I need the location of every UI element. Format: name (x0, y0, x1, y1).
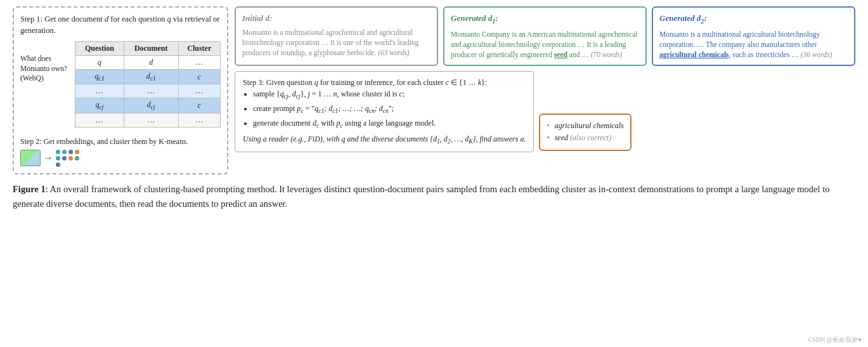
cell-c1: c (178, 70, 220, 84)
generated1-doc-title: Generated d1: (451, 13, 639, 26)
answer-item-2: • seed (also correct) (547, 132, 623, 144)
step3-final: Using a reader (e.g., FiD), with q and t… (243, 133, 526, 147)
answer-bullet-2: • (547, 132, 549, 144)
generated1-doc-box: Generated d1: Monsanto Company is an Ame… (443, 6, 647, 66)
cell-dots2: … (124, 84, 178, 98)
answer-box: • agricultural chemicals • seed (also co… (539, 114, 631, 150)
generated2-doc-box: Generated d2: Monsanto is a multinationa… (652, 6, 855, 66)
step3-intro: Step 3: Given question q for training or… (243, 77, 526, 88)
figure-caption: Figure 1: An overall framework of cluste… (13, 182, 855, 211)
figure-caption-text: : An overall framework of clustering-bas… (13, 184, 829, 209)
dot-green (56, 150, 60, 154)
docs-top: Initial d: Monsanto is a multinational a… (235, 6, 855, 66)
step3-bullet-1: sample {qcj, dcj}, j = 1 … n, whose clus… (253, 88, 526, 101)
col-header-document: Document (124, 42, 178, 56)
step3-bullet-2: create prompt pc = "qc1; dc1; …; …; qcn;… (253, 103, 526, 116)
embed-illustration: → (20, 150, 221, 167)
col-header-cluster: Cluster (178, 42, 220, 56)
watermark: CSDN @长命百岁♥ (808, 336, 862, 344)
table-wrapper: What does Monsanto own? (WebQ) Question … (20, 41, 221, 133)
cell-qc1: qc1 (75, 70, 124, 84)
generated2-doc-text: Monsanto is a multinational agricultural… (659, 29, 848, 60)
cell-d: d (124, 56, 178, 70)
table-row: … … … (75, 113, 221, 127)
left-box: Step 1: Get one document d for each ques… (13, 6, 228, 174)
generated2-doc-title: Generated d2: (659, 13, 848, 26)
dot-blue (56, 162, 60, 167)
step3-bullet-3: generate document dc with pc using a lar… (253, 117, 526, 131)
step3-and-answer: Step 3: Given question q for training or… (235, 71, 855, 152)
cell-dcj: dcj (124, 98, 178, 113)
answer-text-1: agricultural chemicals (555, 120, 624, 132)
generated1-doc-text: Monsanto Company is an American multinat… (451, 29, 639, 60)
answer-bullet-1: • (547, 120, 549, 132)
table-row: … … … (75, 84, 221, 98)
cluster-dots (56, 150, 81, 167)
dot-orange (68, 156, 73, 160)
dot-green (75, 156, 79, 160)
cell-dots3: … (178, 84, 220, 98)
answer-item-1: • agricultural chemicals (547, 120, 623, 132)
diagram-section: Step 1: Get one document d for each ques… (13, 6, 855, 174)
table-row: qc1 dc1 c (75, 70, 221, 84)
step1-text: Step 1: Get one document d for each ques… (20, 14, 221, 36)
initial-doc-text: Monsanto is a multinational agrochemical… (242, 27, 431, 58)
dot-orange (75, 150, 79, 154)
cell-dots1: … (75, 84, 124, 98)
dot-blue (68, 150, 73, 154)
cell-q: q (75, 56, 124, 70)
dot-green (56, 156, 60, 160)
answer-text-2: seed (also correct) (555, 132, 612, 144)
right-section: Initial d: Monsanto is a multinational a… (235, 6, 855, 174)
cell-c: … (178, 56, 220, 70)
cell-dots5: … (124, 113, 178, 127)
cluster-table: Question Document Cluster q d … qc1 dc1 … (75, 41, 221, 128)
initial-doc-box: Initial d: Monsanto is a multinational a… (235, 6, 438, 66)
cell-qcj: qcj (75, 98, 124, 113)
step3-box: Step 3: Given question q for training or… (235, 71, 534, 152)
figure-label: Figure 1 (13, 184, 46, 194)
cell-cj: c (178, 98, 220, 113)
question-label: What does Monsanto own? (WebQ) (20, 54, 71, 84)
table-row: q d … (75, 56, 221, 70)
cell-dots6: … (178, 113, 220, 127)
initial-doc-title: Initial d: (242, 13, 431, 24)
step2-text: Step 2: Get embeddings, and cluster them… (20, 136, 221, 147)
cell-dc1: dc1 (124, 70, 178, 84)
col-header-question: Question (75, 42, 124, 56)
embed-box (20, 150, 41, 166)
dot-green (62, 150, 67, 154)
cell-dots4: … (75, 113, 124, 127)
dot-blue (62, 156, 67, 160)
embed-arrow: → (43, 152, 53, 164)
table-row: qcj dcj c (75, 98, 221, 113)
step3-bullets: sample {qcj, dcj}, j = 1 … n, whose clus… (253, 88, 526, 130)
